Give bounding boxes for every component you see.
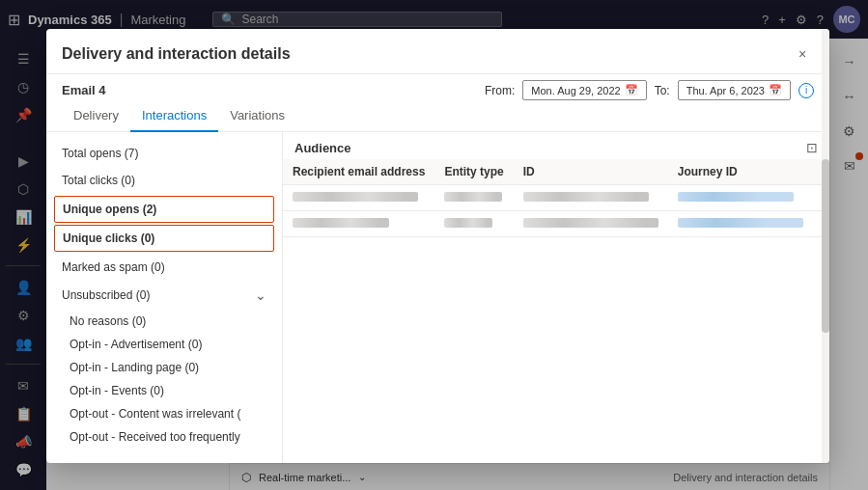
metric-optin-events-label: Opt-in - Events (0) <box>70 384 164 397</box>
col-header-id: ID <box>514 159 668 185</box>
metric-unsubscribed[interactable]: Unsubscribed (0) ⌄ <box>46 281 282 310</box>
metric-no-reasons[interactable]: No reasons (0) <box>46 310 282 333</box>
cell-journey-id-1 <box>668 185 813 211</box>
blurred-journey-id-2 <box>678 218 803 228</box>
from-calendar-icon: 📅 <box>625 84 638 96</box>
delivery-interaction-modal: Delivery and interaction details × Email… <box>46 29 829 463</box>
modal-scrollbar[interactable] <box>822 132 829 463</box>
cell-entity-type-1 <box>434 185 513 211</box>
tab-interactions[interactable]: Interactions <box>130 100 218 132</box>
audience-header: Audience ⊡ <box>283 132 829 159</box>
metric-optout-irrelevant-label: Opt-out - Content was irrelevant ( <box>70 407 240 421</box>
blurred-entity-2 <box>444 218 492 228</box>
from-label: From: <box>485 84 515 97</box>
col-header-email: Recipient email address <box>283 159 434 185</box>
metric-total-opens[interactable]: Total opens (7) <box>46 140 282 167</box>
metric-no-reasons-label: No reasons (0) <box>70 314 146 328</box>
cell-email-1 <box>283 185 434 211</box>
modal-date-row: From: Mon. Aug 29, 2022 📅 To: Thu. Apr 6… <box>485 80 814 100</box>
blurred-email-2 <box>293 218 389 228</box>
metric-marked-spam[interactable]: Marked as spam (0) <box>46 254 282 281</box>
metric-optin-landing[interactable]: Opt-in - Landing page (0) <box>46 356 282 379</box>
blurred-journey-id-1 <box>678 192 794 202</box>
info-icon[interactable]: i <box>798 83 814 98</box>
metric-unsubscribed-label: Unsubscribed (0) <box>62 288 150 302</box>
metric-total-clicks[interactable]: Total clicks (0) <box>46 167 282 194</box>
metric-unique-opens-label: Unique opens (2) <box>63 203 156 216</box>
table-header-row: Recipient email address Entity type ID J… <box>283 159 829 185</box>
audience-data-table: Recipient email address Entity type ID J… <box>283 159 829 237</box>
audience-title: Audience <box>294 141 351 155</box>
metrics-panel: Total opens (7) Total clicks (0) Unique … <box>46 132 283 463</box>
metric-optin-landing-label: Opt-in - Landing page (0) <box>70 361 199 374</box>
modal-title: Delivery and interaction details <box>62 45 291 63</box>
to-date-value: Thu. Apr 6, 2023 <box>686 85 765 96</box>
from-date-value: Mon. Aug 29, 2022 <box>531 85 620 96</box>
table-row[interactable] <box>283 211 829 237</box>
metric-unique-opens[interactable]: Unique opens (2) <box>54 196 274 223</box>
metric-total-opens-label: Total opens (7) <box>62 147 138 160</box>
modal-header: Delivery and interaction details × <box>46 29 829 74</box>
metric-optout-frequent-label: Opt-out - Received too frequently <box>70 430 240 444</box>
cell-journey-id-2 <box>668 211 813 237</box>
metric-optout-frequent[interactable]: Opt-out - Received too frequently <box>46 425 282 449</box>
cell-entity-type-2 <box>434 211 513 237</box>
blurred-email-1 <box>293 192 418 202</box>
modal-body: Total opens (7) Total clicks (0) Unique … <box>46 132 829 463</box>
modal-email-label: Email 4 <box>62 83 106 97</box>
tab-variations[interactable]: Variations <box>218 100 296 132</box>
cell-id-1 <box>514 185 668 211</box>
metric-optout-irrelevant[interactable]: Opt-out - Content was irrelevant ( <box>46 402 282 425</box>
to-calendar-icon: 📅 <box>769 84 782 96</box>
blurred-id-1 <box>523 192 649 202</box>
blurred-id-2 <box>523 218 658 228</box>
metric-marked-spam-label: Marked as spam (0) <box>62 260 165 274</box>
cell-email-2 <box>283 211 434 237</box>
modal-scrollbar-thumb <box>822 159 829 333</box>
to-date-picker[interactable]: Thu. Apr 6, 2023 📅 <box>678 80 791 100</box>
col-header-entity-type: Entity type <box>434 159 513 185</box>
metric-unique-clicks[interactable]: Unique clicks (0) <box>54 225 274 252</box>
modal-tabs: Delivery Interactions Variations <box>46 100 829 132</box>
cell-id-2 <box>514 211 668 237</box>
tab-delivery[interactable]: Delivery <box>62 100 130 132</box>
blurred-entity-1 <box>444 192 502 202</box>
to-label: To: <box>655 84 670 97</box>
from-date-picker[interactable]: Mon. Aug 29, 2022 📅 <box>522 80 646 100</box>
metric-optin-ad-label: Opt-in - Advertisement (0) <box>70 338 202 351</box>
modal-subheader: Email 4 From: Mon. Aug 29, 2022 📅 To: Th… <box>46 74 829 100</box>
table-row[interactable] <box>283 185 829 211</box>
audience-panel: Audience ⊡ Recipient email address Entit… <box>283 132 829 463</box>
metric-total-clicks-label: Total clicks (0) <box>62 174 135 187</box>
col-header-journey-id: Journey ID <box>668 159 813 185</box>
audience-export-icon[interactable]: ⊡ <box>806 140 818 155</box>
modal-close-button[interactable]: × <box>791 42 814 66</box>
metric-unique-clicks-label: Unique clicks (0) <box>63 231 154 245</box>
chevron-down-icon: ⌄ <box>255 287 266 303</box>
metric-optin-events[interactable]: Opt-in - Events (0) <box>46 379 282 402</box>
metric-optin-ad[interactable]: Opt-in - Advertisement (0) <box>46 333 282 356</box>
audience-table: Recipient email address Entity type ID J… <box>283 159 829 463</box>
